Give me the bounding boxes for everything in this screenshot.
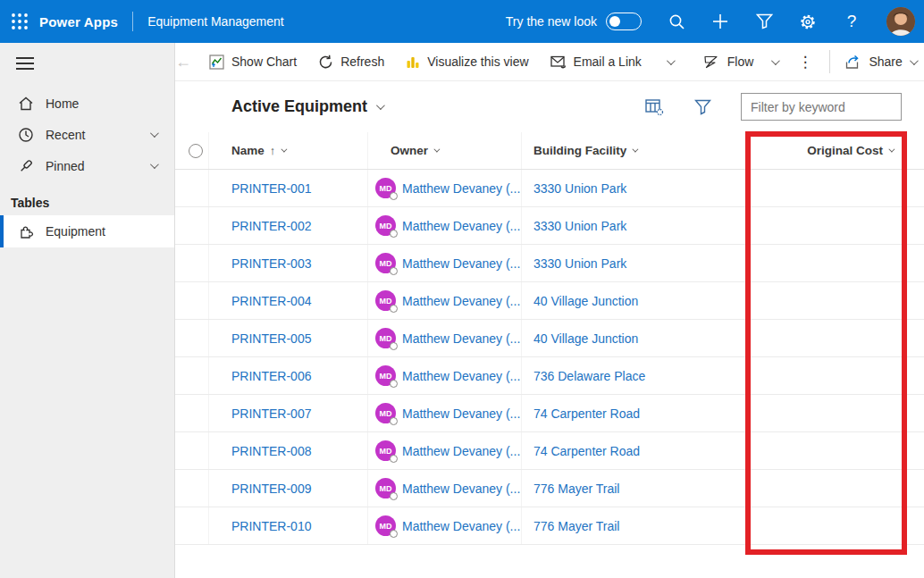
- more-commands-button[interactable]: ⋮: [785, 53, 826, 71]
- select-all-checkbox[interactable]: [189, 144, 203, 158]
- chevron-down-icon[interactable]: [150, 160, 159, 169]
- waffle-menu-icon[interactable]: [0, 0, 39, 43]
- building-facility-link[interactable]: 40 Village Junction: [533, 294, 638, 308]
- owner-link[interactable]: Matthew Devaney (...: [402, 181, 520, 196]
- table-puzzle-icon: [18, 223, 34, 239]
- settings-gear-icon[interactable]: [799, 13, 817, 30]
- row-select-gutter[interactable]: [175, 432, 209, 469]
- building-facility-link[interactable]: 74 Carpenter Road: [533, 406, 640, 421]
- table-row[interactable]: PRINTER-009 MD Matthew Devaney (... 776 …: [175, 470, 924, 507]
- building-facility-link[interactable]: 776 Mayer Trail: [533, 519, 619, 533]
- add-icon[interactable]: [711, 13, 729, 30]
- sidebar-group-label: Tables: [0, 181, 174, 215]
- owner-link[interactable]: Matthew Devaney (...: [402, 444, 520, 458]
- building-facility-link[interactable]: 74 Carpenter Road: [533, 444, 640, 458]
- equipment-name-link[interactable]: PRINTER-001: [231, 181, 311, 196]
- sidebar-item-equipment[interactable]: Equipment: [0, 215, 174, 247]
- refresh-button[interactable]: Refresh: [307, 43, 395, 80]
- topbar-divider: [132, 12, 133, 31]
- equipment-name-link[interactable]: PRINTER-007: [231, 406, 311, 421]
- back-button[interactable]: ←: [175, 53, 191, 71]
- table-row[interactable]: PRINTER-004 MD Matthew Devaney (... 40 V…: [175, 282, 924, 320]
- chevron-down-icon: [888, 147, 895, 153]
- column-header-name[interactable]: Name ↑: [231, 144, 285, 157]
- row-select-gutter[interactable]: [175, 170, 209, 206]
- table-row[interactable]: PRINTER-008 MD Matthew Devaney (... 74 C…: [175, 432, 924, 470]
- building-facility-link[interactable]: 736 Delaware Place: [533, 369, 645, 383]
- building-facility-link[interactable]: 40 Village Junction: [533, 331, 638, 346]
- row-select-gutter[interactable]: [175, 470, 209, 507]
- presence-badge-icon: [390, 530, 398, 538]
- help-icon[interactable]: ?: [843, 13, 861, 30]
- building-facility-link[interactable]: 3330 Union Park: [533, 181, 626, 196]
- filter-by-keyword-input[interactable]: [741, 93, 902, 121]
- equipment-name-link[interactable]: PRINTER-002: [231, 219, 311, 233]
- equipment-name-link[interactable]: PRINTER-009: [231, 482, 311, 496]
- column-header-original-cost[interactable]: Original Cost: [807, 144, 893, 157]
- table-row[interactable]: PRINTER-002 MD Matthew Devaney (... 3330…: [175, 207, 924, 245]
- table-row[interactable]: PRINTER-006 MD Matthew Devaney (... 736 …: [175, 357, 924, 395]
- owner-link[interactable]: Matthew Devaney (...: [402, 256, 520, 271]
- table-row[interactable]: PRINTER-007 MD Matthew Devaney (... 74 C…: [175, 395, 924, 432]
- table-row[interactable]: PRINTER-003 MD Matthew Devaney (... 3330…: [175, 245, 924, 282]
- owner-link[interactable]: Matthew Devaney (...: [402, 406, 520, 421]
- search-icon[interactable]: [668, 13, 685, 30]
- hamburger-menu-icon[interactable]: [0, 43, 174, 82]
- flow-chevron[interactable]: [764, 43, 785, 80]
- view-selector[interactable]: Active Equipment: [231, 97, 382, 116]
- owner-link[interactable]: Matthew Devaney (...: [402, 482, 520, 496]
- owner-avatar-initials: MD: [380, 259, 392, 268]
- column-header-building-facility[interactable]: Building Facility: [533, 144, 636, 157]
- show-chart-button[interactable]: Show Chart: [198, 43, 307, 80]
- owner-avatar-initials: MD: [380, 447, 392, 456]
- equipment-name-link[interactable]: PRINTER-003: [231, 256, 311, 271]
- command-label: Visualize this view: [427, 54, 528, 69]
- equipment-name-link[interactable]: PRINTER-008: [231, 444, 311, 458]
- owner-link[interactable]: Matthew Devaney (...: [402, 369, 520, 383]
- owner-link[interactable]: Matthew Devaney (...: [402, 519, 520, 533]
- email-a-link-button[interactable]: Email a Link: [540, 43, 652, 80]
- sidebar-item-recent[interactable]: Recent: [0, 119, 174, 150]
- owner-avatar-initials: MD: [380, 184, 392, 193]
- table-row[interactable]: PRINTER-001 MD Matthew Devaney (... 3330…: [175, 170, 924, 207]
- equipment-name-link[interactable]: PRINTER-005: [231, 331, 311, 346]
- owner-link[interactable]: Matthew Devaney (...: [402, 331, 520, 346]
- command-label: Flow: [727, 54, 754, 69]
- table-row[interactable]: PRINTER-010 MD Matthew Devaney (... 776 …: [175, 507, 924, 545]
- row-select-gutter[interactable]: [175, 320, 209, 356]
- sidebar-item-home[interactable]: Home: [0, 88, 174, 119]
- edit-columns-icon[interactable]: [644, 97, 664, 117]
- filter-icon[interactable]: [755, 13, 773, 30]
- edit-filters-icon[interactable]: [693, 97, 712, 117]
- sidebar-item-pinned[interactable]: Pinned: [0, 150, 174, 181]
- equipment-name-link[interactable]: PRINTER-006: [231, 369, 311, 383]
- chart-icon: [209, 54, 224, 70]
- building-facility-link[interactable]: 776 Mayer Trail: [533, 482, 619, 496]
- flow-button[interactable]: Flow: [693, 43, 765, 80]
- share-button[interactable]: Share: [834, 43, 924, 80]
- row-select-gutter[interactable]: [175, 245, 209, 281]
- row-select-gutter[interactable]: [175, 357, 209, 394]
- view-header: Active Equipment: [175, 81, 924, 132]
- column-header-owner[interactable]: Owner: [375, 144, 438, 157]
- email-split-chevron[interactable]: [659, 43, 680, 80]
- building-facility-link[interactable]: 3330 Union Park: [533, 219, 626, 233]
- row-select-gutter[interactable]: [175, 207, 209, 244]
- chevron-down-icon: [433, 147, 440, 153]
- user-avatar[interactable]: [886, 7, 915, 36]
- row-select-gutter[interactable]: [175, 507, 209, 544]
- equipment-name-link[interactable]: PRINTER-004: [231, 294, 311, 308]
- owner-link[interactable]: Matthew Devaney (...: [402, 219, 520, 233]
- owner-link[interactable]: Matthew Devaney (...: [402, 294, 520, 308]
- app-name[interactable]: Power Apps: [39, 14, 118, 29]
- row-select-gutter[interactable]: [175, 282, 209, 319]
- share-chevron-icon: [910, 56, 919, 65]
- new-look-toggle[interactable]: [606, 13, 642, 30]
- row-select-gutter[interactable]: [175, 395, 209, 431]
- app-title: Equipment Management: [147, 14, 284, 29]
- chevron-down-icon[interactable]: [150, 129, 159, 138]
- equipment-name-link[interactable]: PRINTER-010: [231, 519, 311, 533]
- building-facility-link[interactable]: 3330 Union Park: [533, 256, 626, 271]
- visualize-this-view-button[interactable]: Visualize this view: [395, 43, 539, 80]
- table-row[interactable]: PRINTER-005 MD Matthew Devaney (... 40 V…: [175, 320, 924, 357]
